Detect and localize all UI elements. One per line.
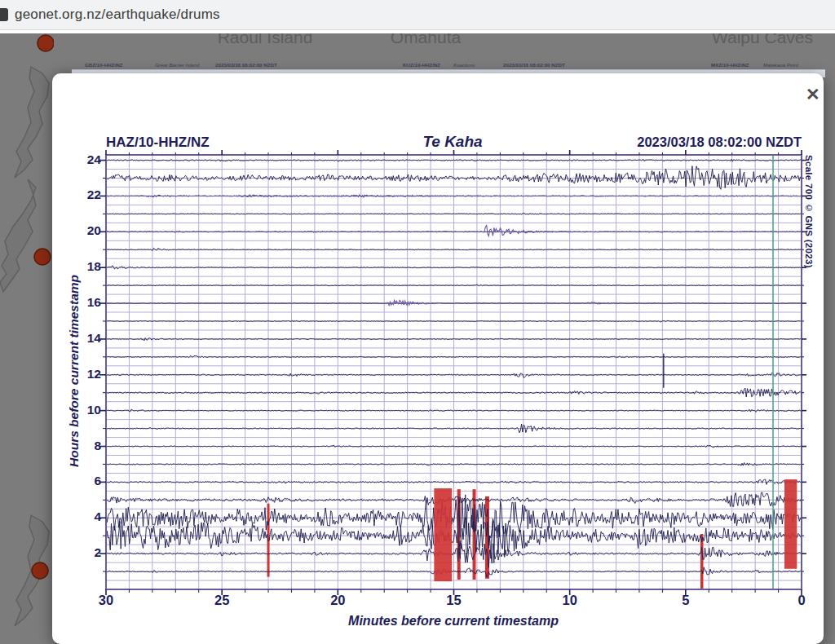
y-tick-label: 22 <box>72 187 101 202</box>
y-tick-label: 4 <box>72 509 101 524</box>
browser-url-bar[interactable]: geonet.org.nz/earthquake/drums <box>0 0 835 30</box>
x-tick-label: 25 <box>207 593 236 608</box>
y-tick-label: 8 <box>72 439 101 453</box>
drum-plot[interactable] <box>96 147 815 603</box>
x-tick-label: 20 <box>323 593 352 608</box>
y-tick-label: 24 <box>72 152 101 167</box>
y-tick-label: 10 <box>72 403 101 417</box>
x-tick-label: 10 <box>555 593 585 608</box>
station-dot-2[interactable] <box>34 249 51 265</box>
nz-map-column <box>0 33 54 644</box>
home-icon[interactable] <box>0 8 8 21</box>
y-tick-label: 12 <box>72 367 101 382</box>
x-tick-label: 15 <box>440 593 469 608</box>
mini-drum-name-1: Great Barrier Island <box>155 62 199 68</box>
mini-drum-name-3: Matakaoa Point <box>763 62 798 68</box>
plot-title: Te Kaha <box>351 133 554 151</box>
mini-drum-code-1: GBZ/10-HHZ/NZ <box>85 62 123 68</box>
x-tick-label: 30 <box>91 593 121 608</box>
y-tick-label: 14 <box>72 331 101 346</box>
url-text[interactable]: geonet.org.nz/earthquake/drums <box>15 7 220 23</box>
y-tick-label: 6 <box>72 474 101 488</box>
mini-drum-date-1: 2023/03/18 08:02:00 NZDT <box>215 62 277 68</box>
y-tick-label: 18 <box>72 259 101 274</box>
mini-drum-date-2: 2023/03/18 08:02:00 NZDT <box>503 62 565 68</box>
x-axis-title: Minutes before current timestamp <box>331 614 576 629</box>
page: { "browser": { "url": "geonet.org.nz/ear… <box>0 0 835 644</box>
plot-timestamp: 2023/03/18 08:02:00 NZDT <box>557 135 802 150</box>
y-tick-label: 2 <box>72 545 101 560</box>
x-tick-label: 0 <box>787 593 816 608</box>
plot-scale-note: Scale 700 © GNS (2023) <box>804 155 814 268</box>
plot-station-code: HAZ/10-HHZ/NZ <box>106 135 210 151</box>
station-dot-1[interactable] <box>38 35 54 51</box>
mini-drum-code-3: MXZ/10-HHZ/NZ <box>711 62 749 68</box>
close-icon[interactable]: ✕ <box>806 86 819 103</box>
x-tick-label: 5 <box>671 593 700 608</box>
nz-map-thumbnails <box>0 33 54 644</box>
y-tick-label: 20 <box>72 223 101 238</box>
mini-drum-name-2: Kuaotunu <box>453 62 475 68</box>
station-dot-3[interactable] <box>32 562 48 579</box>
y-tick-label: 16 <box>72 295 101 310</box>
mini-drum-code-2: KUZ/10-HHZ/NZ <box>403 62 440 68</box>
